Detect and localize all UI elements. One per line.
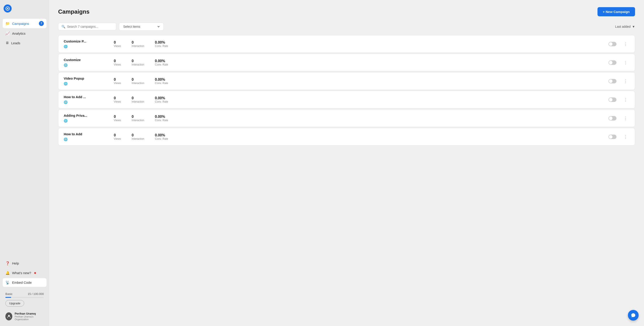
views-stat: 0 Views [114, 133, 121, 140]
campaign-toggle[interactable] [608, 79, 616, 84]
views-stat: 0 Views [114, 78, 121, 85]
conv-rate-label: Conv. Rate [155, 100, 168, 103]
select-items-select[interactable]: Select items [122, 24, 160, 28]
sidebar-item-leads[interactable]: 🖥 Leads [3, 39, 46, 47]
plan-usage-bar [5, 297, 44, 298]
views-value: 0 [114, 40, 121, 44]
campaign-info: How to Add ... 🌐 [64, 95, 108, 104]
campaign-toggle[interactable] [608, 60, 616, 65]
more-options-button[interactable]: ⋮ [622, 59, 630, 66]
user-info: Perihan Uramış Perihan Uramış's Organiza… [14, 312, 44, 321]
plan-usage: 15 / 100.000 [28, 292, 44, 296]
stat-group: 0 Views 0 Interaction 0.00% Conv. Rate [114, 133, 603, 140]
views-value: 0 [114, 96, 121, 100]
app-logo[interactable] [3, 4, 46, 14]
chat-bubble-button[interactable] [628, 310, 639, 321]
sidebar-item-embed-code[interactable]: 📡 Embed Code [3, 278, 46, 287]
sidebar-item-label: Help [12, 262, 19, 265]
conv-rate-value: 0.00% [155, 78, 168, 82]
views-label: Views [114, 44, 121, 48]
interaction-value: 0 [132, 115, 144, 119]
conv-rate-label: Conv. Rate [155, 44, 168, 48]
views-label: Views [114, 137, 121, 140]
upgrade-button[interactable]: Upgrade [5, 300, 24, 306]
views-label: Views [114, 100, 121, 103]
campaign-name: Adding Priva... [64, 114, 108, 118]
embed-icon: 📡 [5, 280, 10, 285]
plan-bar-fill [5, 297, 11, 298]
toolbar: 🔍 Select items Last added ▼ [58, 22, 635, 31]
views-value: 0 [114, 115, 121, 119]
interaction-value: 0 [132, 133, 144, 137]
conv-rate-value: 0.00% [155, 115, 168, 119]
table-row: Customize 🌐 0 Views 0 Interaction 0.00% … [58, 54, 635, 71]
interaction-label: Interaction [132, 119, 144, 122]
more-options-button[interactable]: ⋮ [622, 96, 630, 103]
plan-header: Basic 15 / 100.000 [5, 292, 44, 296]
bell-icon: 🔔 [5, 271, 10, 275]
table-row: Video Popup 🌐 0 Views 0 Interaction 0.00… [58, 72, 635, 90]
more-options-button[interactable]: ⋮ [622, 115, 630, 122]
interaction-label: Interaction [132, 137, 144, 140]
globe-icon: 🌐 [64, 100, 68, 104]
interaction-label: Interaction [132, 100, 144, 103]
conv-rate-value: 0.00% [155, 96, 168, 100]
interaction-value: 0 [132, 96, 144, 100]
views-stat: 0 Views [114, 40, 121, 48]
conv-rate-stat: 0.00% Conv. Rate [155, 96, 168, 103]
views-stat: 0 Views [114, 59, 121, 66]
interaction-value: 0 [132, 59, 144, 63]
campaign-info: Customize P... 🌐 [64, 39, 108, 48]
analytics-icon: 📈 [5, 31, 10, 36]
sidebar-item-whats-new[interactable]: 🔔 What's new? [3, 268, 46, 277]
sidebar-item-help[interactable]: ❓ Help [3, 259, 46, 268]
campaign-info: Adding Priva... 🌐 [64, 114, 108, 123]
interaction-label: Interaction [132, 82, 144, 85]
user-section: Perihan Uramış Perihan Uramış's Organiza… [3, 310, 46, 322]
campaign-toggle[interactable] [608, 116, 616, 120]
campaign-toggle[interactable] [608, 134, 616, 139]
search-box[interactable]: 🔍 [58, 23, 116, 30]
conv-rate-stat: 0.00% Conv. Rate [155, 133, 168, 140]
campaign-list: Customize P... 🌐 0 Views 0 Interaction 0… [58, 35, 635, 146]
conv-rate-value: 0.00% [155, 59, 168, 63]
more-options-button[interactable]: ⋮ [622, 134, 630, 140]
plan-section: Basic 15 / 100.000 Upgrade [3, 290, 46, 308]
conv-rate-label: Conv. Rate [155, 63, 168, 66]
globe-icon: 🌐 [64, 138, 68, 141]
main-content: Campaigns + New Campaign 🔍 Select items … [49, 0, 644, 326]
campaign-name: How to Add ... [64, 95, 108, 99]
select-items-dropdown[interactable]: Select items [119, 22, 164, 31]
sidebar-item-label: Embed Code [12, 280, 32, 284]
views-value: 0 [114, 78, 121, 82]
new-campaign-button[interactable]: + New Campaign [598, 7, 635, 16]
sort-button[interactable]: Last added ▼ [615, 25, 635, 28]
more-options-button[interactable]: ⋮ [622, 41, 630, 48]
interaction-stat: 0 Interaction [132, 78, 144, 85]
more-options-button[interactable]: ⋮ [622, 78, 630, 84]
conv-rate-stat: 0.00% Conv. Rate [155, 115, 168, 122]
sidebar-item-label: What's new? [12, 271, 31, 275]
sidebar-item-analytics[interactable]: 📈 Analytics [3, 29, 46, 38]
table-row: How to Add ... 🌐 0 Views 0 Interaction 0… [58, 91, 635, 108]
campaign-name: Customize [64, 58, 108, 62]
views-stat: 0 Views [114, 96, 121, 103]
globe-icon: 🌐 [64, 63, 68, 67]
views-value: 0 [114, 133, 121, 137]
conv-rate-label: Conv. Rate [155, 119, 168, 122]
views-stat: 0 Views [114, 115, 121, 122]
campaigns-badge: 7 [39, 21, 44, 26]
globe-icon: 🌐 [64, 119, 68, 122]
svg-point-1 [7, 8, 8, 9]
interaction-stat: 0 Interaction [132, 115, 144, 122]
campaign-toggle[interactable] [608, 98, 616, 102]
sidebar-item-campaigns[interactable]: 📁 Campaigns 7 [3, 19, 46, 28]
conv-rate-stat: 0.00% Conv. Rate [155, 78, 168, 85]
stat-group: 0 Views 0 Interaction 0.00% Conv. Rate [114, 96, 603, 103]
help-icon: ❓ [5, 261, 10, 266]
search-input[interactable] [67, 25, 113, 28]
campaign-info: Video Popup 🌐 [64, 76, 108, 86]
interaction-stat: 0 Interaction [132, 96, 144, 103]
campaign-toggle[interactable] [608, 42, 616, 46]
leads-icon: 🖥 [5, 41, 9, 45]
